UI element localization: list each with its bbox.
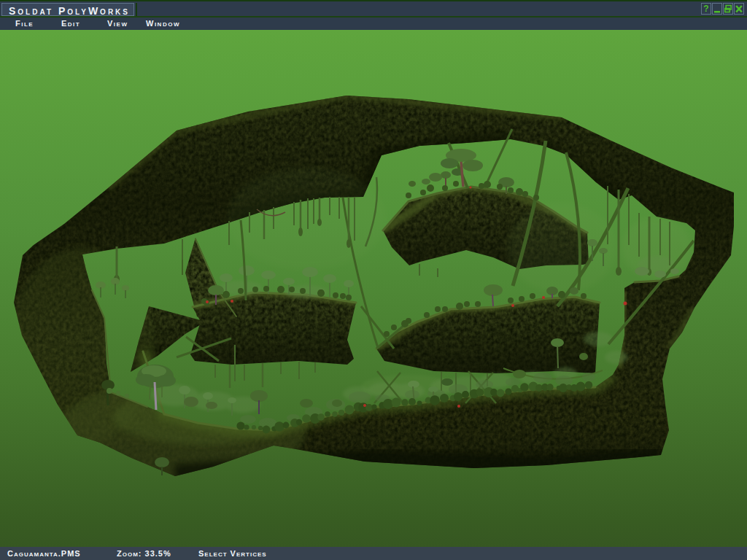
svg-text:?: ? (703, 4, 708, 14)
